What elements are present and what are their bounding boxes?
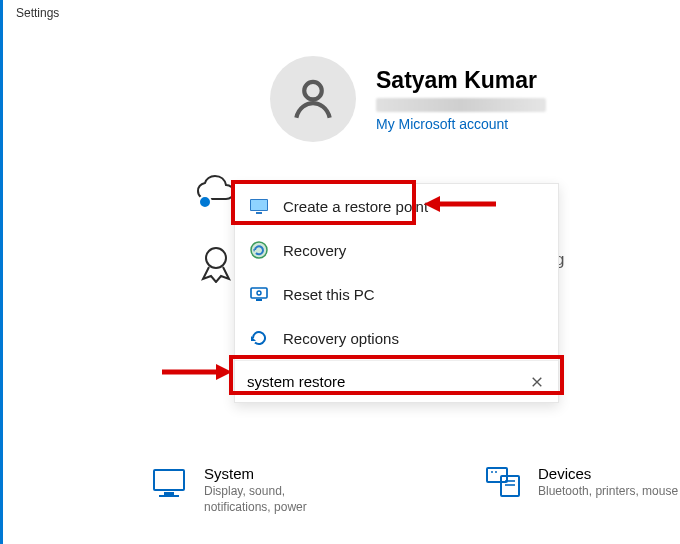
recovery-options-icon	[249, 328, 269, 348]
search-result-label: Create a restore point	[283, 198, 428, 215]
category-system[interactable]: System Display, sound, notifications, po…	[150, 465, 354, 515]
category-text: System Display, sound, notifications, po…	[204, 465, 354, 515]
categories: System Display, sound, notifications, po…	[150, 465, 678, 515]
system-icon	[150, 465, 188, 501]
avatar[interactable]	[270, 56, 356, 142]
search-result-reset-pc[interactable]: Reset this PC	[235, 272, 558, 316]
monitor-check-icon	[249, 196, 269, 216]
category-description: Bluetooth, printers, mouse	[538, 484, 678, 500]
clear-search-button[interactable]	[526, 371, 548, 393]
window-accent-bar	[0, 0, 3, 544]
svg-point-0	[304, 82, 322, 100]
profile-text: Satyam Kumar My Microsoft account	[376, 67, 546, 132]
sync-status-dot	[198, 195, 212, 209]
window-title: Settings	[16, 6, 59, 20]
svg-rect-4	[256, 212, 262, 214]
svg-rect-7	[256, 299, 262, 301]
svg-rect-13	[154, 470, 184, 490]
reset-pc-icon	[249, 284, 269, 304]
svg-point-1	[206, 248, 226, 268]
category-title: System	[204, 465, 354, 482]
devices-icon	[484, 465, 522, 501]
search-row	[235, 360, 558, 402]
ms-account-link[interactable]: My Microsoft account	[376, 116, 546, 132]
svg-point-8	[257, 291, 261, 295]
person-icon	[288, 74, 338, 124]
cloud-sync-icon	[195, 175, 239, 205]
background-rewards-icon	[195, 245, 237, 286]
category-devices[interactable]: Devices Bluetooth, printers, mouse	[484, 465, 678, 515]
search-result-label: Recovery options	[283, 330, 399, 347]
search-result-recovery-options[interactable]: Recovery options	[235, 316, 558, 360]
svg-point-19	[495, 471, 497, 473]
annotation-arrow	[158, 358, 234, 386]
svg-marker-12	[216, 364, 232, 380]
profile-name: Satyam Kumar	[376, 67, 546, 94]
svg-rect-14	[164, 492, 174, 495]
search-result-label: Reset this PC	[283, 286, 375, 303]
svg-rect-6	[251, 288, 267, 298]
search-result-create-restore-point[interactable]: Create a restore point	[235, 184, 558, 228]
close-icon	[531, 376, 543, 388]
category-title: Devices	[538, 465, 678, 482]
recovery-disc-icon	[249, 240, 269, 260]
search-result-label: Recovery	[283, 242, 346, 259]
category-text: Devices Bluetooth, printers, mouse	[538, 465, 678, 500]
background-windows-update	[195, 175, 239, 205]
category-description: Display, sound, notifications, power	[204, 484, 354, 515]
search-result-recovery[interactable]: Recovery	[235, 228, 558, 272]
svg-point-18	[491, 471, 493, 473]
svg-rect-3	[251, 200, 267, 210]
profile: Satyam Kumar My Microsoft account	[270, 56, 546, 142]
search-input[interactable]	[245, 369, 526, 394]
svg-rect-17	[501, 476, 519, 496]
profile-email-hidden	[376, 98, 546, 112]
search-popup: Create a restore point Recovery Reset th…	[234, 183, 559, 403]
